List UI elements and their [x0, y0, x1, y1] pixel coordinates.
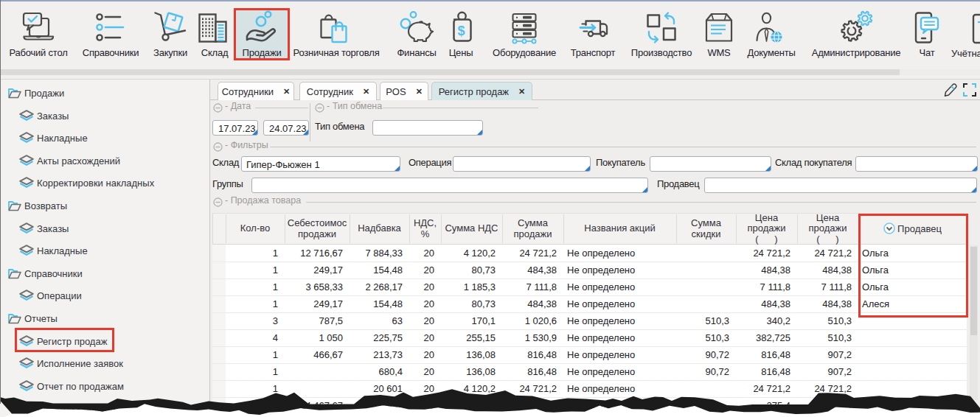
svg-text:$: $ [457, 24, 465, 38]
